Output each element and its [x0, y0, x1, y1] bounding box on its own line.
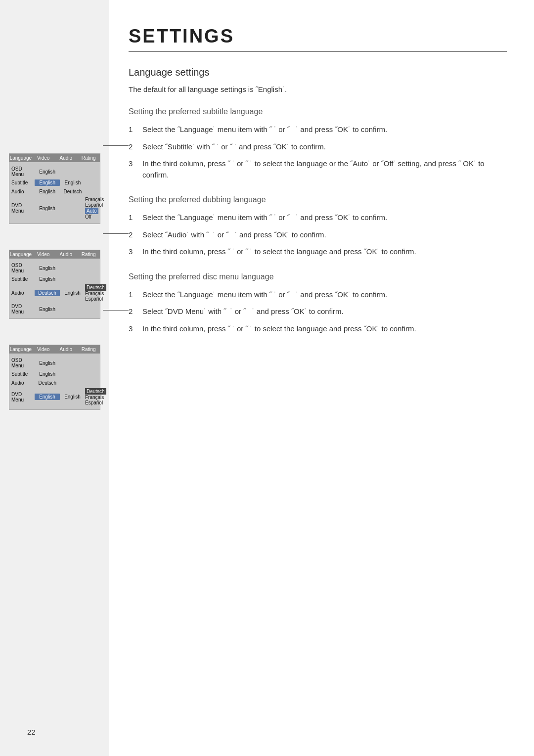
page-title: SETTINGS [129, 26, 507, 52]
step-num-d1: 1 [129, 212, 138, 223]
step-text-dubbing-1: Select the ˝Language˙ menu item with ˝ ˙… [142, 212, 387, 223]
step-discmenu-1: 1 Select the ˝Language˙ menu item with ˝… [129, 289, 507, 301]
section-title: Language settings [129, 67, 507, 78]
menu-val-audio-lang: English [35, 189, 60, 194]
step-dubbing-3: 3 In the third column, press ˝ ˙ or ˝ ˙ … [129, 246, 507, 258]
menu-val-dvdmenu-lang: English [35, 206, 60, 211]
menu-val-subtitle-lang: English [35, 179, 60, 186]
menu-item-osdmenu: OSD Menu [9, 166, 35, 177]
menu-header-language: Language [9, 155, 32, 161]
menu-screenshot-dubbing: Language Video Audio Rating OSD Menu Eng… [9, 250, 100, 319]
menu-header-video-3: Video [32, 347, 55, 352]
menu-header-language-2: Language [9, 252, 32, 257]
intro-text: The default for all language settings is… [129, 85, 507, 93]
menu-item-audio-2: Audio [9, 290, 35, 296]
step-text-dubbing-2: Select ˝Audio˙ with ˝ ˙ or ˝ ˙ and press… [142, 229, 326, 241]
menu-val-audio-col2-2: English [60, 290, 85, 296]
menu-dropdown-3: Deutsch Français Español [85, 388, 100, 405]
menu-header-language-3: Language [9, 347, 32, 352]
subsection-title-subtitle: Setting the preferred subtitle language [129, 107, 507, 116]
connector-line-1 [103, 145, 129, 146]
menu-header-video-2: Video [32, 252, 55, 257]
menu-item-audio-3: Audio [9, 380, 35, 386]
step-discmenu-2: 2 Select ˝DVD Menu˙ with ˝ ˙ or ˝ ˙ and … [129, 306, 507, 317]
menu-item-audio: Audio [9, 189, 35, 194]
section-discmenu: Setting the preferred disc menu language… [129, 272, 507, 335]
menu-item-dvdmenu-3: DVD Menu [9, 392, 35, 402]
section-dubbing: Setting the preferred dubbing language 1… [129, 195, 507, 258]
menu-dropdown-2: Deutsch Français Español [85, 284, 100, 302]
menu-item-subtitle-3: Subtitle [9, 371, 35, 377]
page-wrapper: Language Video Audio Rating OSD Menu Eng… [0, 0, 534, 756]
step-text-discmenu-2: Select ˝DVD Menu˙ with ˝ ˙ or ˝ ˙ and pr… [142, 306, 344, 317]
step-text-dubbing-3: In the third column, press ˝ ˙ or ˝ ˙ to… [142, 246, 416, 258]
menu-val-subtitle-col2: English [60, 180, 85, 185]
step-text-discmenu-1: Select the ˝Language˙ menu item with ˝ ˙… [142, 289, 387, 301]
connector-line-3 [103, 310, 129, 311]
menu-header-audio-2: Audio [55, 252, 78, 257]
step-text-subtitle-1: Select the ˝Language˙ menu item with ˝ ˙… [142, 124, 387, 135]
step-num-m3: 3 [129, 323, 138, 335]
steps-list-dubbing: 1 Select the ˝Language˙ menu item with ˝… [129, 212, 507, 258]
menu-screenshot-discmenu: Language Video Audio Rating OSD Menu Eng… [9, 345, 100, 410]
menu-val-osdmenu-lang-3: English [35, 360, 60, 366]
menu-item-dvdmenu: DVD Menu [9, 203, 35, 214]
steps-list-subtitle: 1 Select the ˝Language˙ menu item with ˝… [129, 124, 507, 180]
page-number: 22 [27, 728, 36, 736]
menu-header-audio: Audio [55, 155, 78, 161]
menu-val-audio-lang-2: Deutsch [35, 290, 60, 296]
menu-dropdown-1: Français Español Auto Off [85, 197, 100, 220]
menu-item-subtitle-2: Subtitle [9, 276, 35, 282]
subsection-title-discmenu: Setting the preferred disc menu language [129, 272, 507, 281]
step-num-m2: 2 [129, 306, 138, 317]
menu-val-subtitle-lang-3: English [35, 371, 60, 377]
menu-item-subtitle: Subtitle [9, 180, 35, 185]
step-num-d2: 2 [129, 229, 138, 241]
content-area: SETTINGS Language settings The default f… [109, 0, 534, 756]
step-text-subtitle-2: Select ˝Subtitle˙ with ˝ ˙ or ˝ ˙ and pr… [142, 141, 326, 153]
menu-item-dvdmenu-2: DVD Menu [9, 304, 35, 314]
menu-val-subtitle-lang-2: English [35, 276, 60, 282]
connector-line-2 [103, 233, 129, 234]
step-num-m1: 1 [129, 289, 138, 301]
menu-val-audio-col2: Deutsch [60, 189, 85, 194]
menu-header-audio-3: Audio [55, 347, 78, 352]
menu-header-rating-2: Rating [77, 252, 100, 257]
step-subtitle-3: 3 In the third column, press ˝ ˙ or ˝ ˙ … [129, 158, 507, 180]
menu-header-rating-3: Rating [77, 347, 100, 352]
menu-val-osdmenu-lang: English [35, 169, 60, 175]
subsection-title-dubbing: Setting the preferred dubbing language [129, 195, 507, 204]
step-subtitle-2: 2 Select ˝Subtitle˙ with ˝ ˙ or ˝ ˙ and … [129, 141, 507, 153]
step-subtitle-1: 1 Select the ˝Language˙ menu item with ˝… [129, 124, 507, 135]
menu-item-osdmenu-3: OSD Menu [9, 357, 35, 368]
step-num-1: 1 [129, 124, 138, 135]
menu-val-dvdmenu-lang-3: English [35, 394, 60, 400]
step-dubbing-2: 2 Select ˝Audio˙ with ˝ ˙ or ˝ ˙ and pre… [129, 229, 507, 241]
menu-screenshot-subtitle: Language Video Audio Rating OSD Menu Eng… [9, 153, 100, 224]
step-num-d3: 3 [129, 246, 138, 258]
section-subtitle: Setting the preferred subtitle language … [129, 107, 507, 180]
menu-val-dvdmenu-lang-2: English [35, 307, 60, 312]
menu-header-video: Video [32, 155, 55, 161]
sidebar-area: Language Video Audio Rating OSD Menu Eng… [0, 0, 109, 756]
menu-header-rating: Rating [77, 155, 100, 161]
step-num-3: 3 [129, 158, 138, 170]
step-dubbing-1: 1 Select the ˝Language˙ menu item with ˝… [129, 212, 507, 223]
menu-val-osdmenu-lang-2: English [35, 266, 60, 271]
step-num-2: 2 [129, 141, 138, 153]
steps-list-discmenu: 1 Select the ˝Language˙ menu item with ˝… [129, 289, 507, 335]
menu-val-dvdmenu-col2-3: English [60, 394, 85, 400]
menu-val-audio-lang-3: Deutsch [35, 380, 60, 386]
menu-item-osdmenu-2: OSD Menu [9, 263, 35, 273]
step-text-subtitle-3: In the third column, press ˝ ˙ or ˝ ˙ to… [142, 158, 507, 180]
step-text-discmenu-3: In the third column, press ˝ ˙ or ˝ ˙ to… [142, 323, 416, 335]
step-discmenu-3: 3 In the third column, press ˝ ˙ or ˝ ˙ … [129, 323, 507, 335]
